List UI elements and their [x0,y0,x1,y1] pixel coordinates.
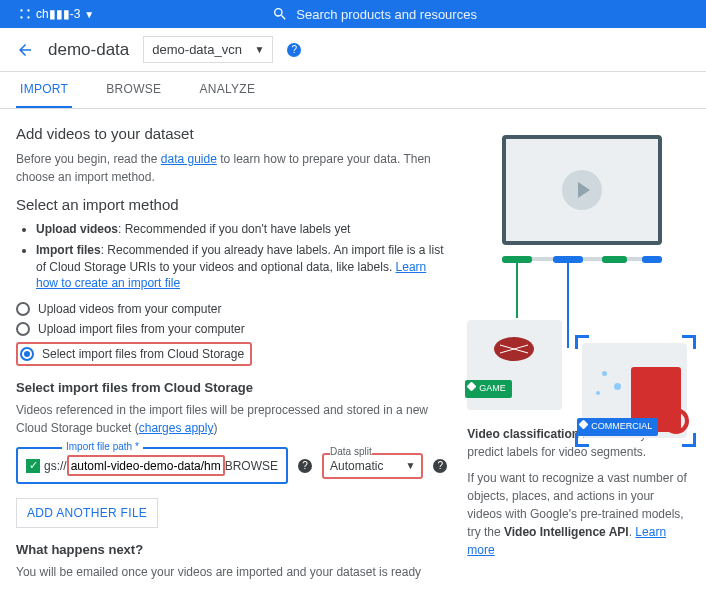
section-method-title: Select an import method [16,196,447,213]
split-value: Automatic [330,459,383,473]
dataset-dropdown[interactable]: demo-data_vcn ▼ [143,36,273,63]
add-another-file-button[interactable]: ADD ANOTHER FILE [16,498,158,528]
path-input[interactable] [71,459,221,473]
data-guide-link[interactable]: data guide [161,152,217,166]
help-icon[interactable]: ? [433,459,447,473]
tab-import[interactable]: IMPORT [16,72,72,108]
section-select-desc: Videos referenced in the import files wi… [16,401,447,437]
chevron-down-icon: ▼ [254,44,264,55]
path-label: Import file path * [62,441,143,452]
back-arrow-icon[interactable] [16,41,34,59]
chevron-down-icon: ▼ [405,460,415,471]
svg-point-3 [27,16,29,18]
svg-point-0 [20,9,22,11]
split-label: Data split [330,446,372,457]
check-icon: ✓ [26,459,40,473]
section-add-title: Add videos to your dataset [16,125,447,142]
radio-upload-import-computer[interactable]: Upload import files from your computer [16,322,447,336]
project-selector[interactable]: ch▮▮▮-3 ▼ [10,7,102,21]
search-bar[interactable]: Search products and resources [102,6,696,22]
search-icon [272,6,288,22]
help-icon[interactable]: ? [287,43,301,57]
svg-point-1 [20,16,22,18]
play-icon [562,170,602,210]
illustration: GAME COMMERCIAL [467,125,690,425]
gs-prefix: gs:// [44,459,67,473]
bullet-import: Import files: Recommended if you already… [36,242,447,292]
page-title: demo-data [48,40,129,60]
help-icon[interactable]: ? [298,459,312,473]
radio-upload-computer[interactable]: Upload videos from your computer [16,302,447,316]
project-name: ch▮▮▮-3 [36,7,80,21]
tab-analyze[interactable]: ANALYZE [195,72,259,108]
tab-browse[interactable]: BROWSE [102,72,165,108]
radio-cloud-storage[interactable]: Select import files from Cloud Storage [20,347,244,361]
bullet-upload: Upload videos: Recommended if you don't … [36,221,447,238]
dataset-dropdown-value: demo-data_vcn [152,42,242,57]
browse-button[interactable]: BROWSE [225,459,278,473]
section-add-desc: Before you begin, read the data guide to… [16,150,447,186]
badge-game: GAME [465,380,512,398]
section-select-title: Select import files from Cloud Storage [16,380,447,395]
section-next-desc: You will be emailed once your videos are… [16,563,447,581]
import-path-field[interactable]: Import file path * ✓ gs:// BROWSE [16,447,288,484]
badge-commercial: COMMERCIAL [577,418,658,436]
search-placeholder: Search products and resources [296,7,477,22]
section-next-title: What happens next? [16,542,447,557]
chevron-down-icon: ▼ [84,9,94,20]
right-p2: If you want to recognize a vast number o… [467,469,690,559]
data-split-dropdown[interactable]: Data split Automatic ▼ [330,459,415,473]
svg-point-2 [27,9,29,11]
charges-link[interactable]: charges apply [139,421,214,435]
